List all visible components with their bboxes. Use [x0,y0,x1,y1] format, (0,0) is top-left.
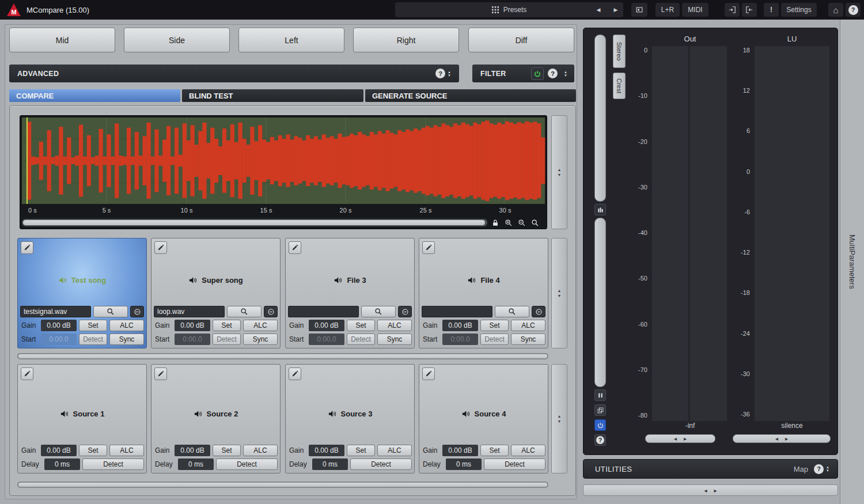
export-button[interactable] [742,3,757,17]
gain-set-button[interactable]: Set [347,445,375,456]
meter-pause-button[interactable] [594,389,606,401]
edit-slot-button[interactable] [21,241,33,254]
remove-file-button[interactable] [130,306,144,317]
gain-value[interactable]: 0.00 dB [41,320,77,331]
delay-detect-button[interactable]: Detect [484,458,545,470]
channel-right-button[interactable]: Right [353,28,459,52]
file-slot-4[interactable]: File 4 Gain 0.00 dB Set ALC Start 0:00.0… [419,238,548,348]
zoom-in-button[interactable] [504,218,513,228]
import-button[interactable] [725,3,740,17]
advanced-bar[interactable]: ADVANCED ? ▲▼ [9,65,459,82]
slot-title[interactable]: Source 2 [151,410,280,418]
sync-button[interactable]: Sync [511,334,545,345]
browse-file-button[interactable] [361,306,396,317]
filter-help-icon[interactable]: ? [548,69,558,78]
alc-button[interactable]: ALC [243,320,278,331]
multiparameters-strip[interactable]: MultiParameters [840,20,864,504]
alc-button[interactable]: ALC [377,445,412,456]
alc-button[interactable]: ALC [109,445,144,456]
zoom-fit-button[interactable] [530,218,540,228]
gain-value[interactable]: 0.00 dB [442,445,478,456]
slot-title[interactable]: Source 1 [18,410,146,418]
utilities-bar[interactable]: UTILITIES Map ? ▲▼ [583,459,838,479]
gain-set-button[interactable]: Set [79,320,107,331]
source-slot-3[interactable]: Source 3 Gain 0.00 dB Set ALC Delay 0 ms… [285,364,415,473]
help-button[interactable]: ? [846,3,861,17]
zoom-lock-button[interactable] [491,218,500,228]
advanced-help-icon[interactable]: ? [435,69,445,78]
browse-file-button[interactable] [93,306,128,317]
advanced-collapse-control[interactable]: ▲▼ [445,70,453,77]
alc-button[interactable]: ALC [377,320,412,331]
sources-scrollbar-handle[interactable] [18,483,547,487]
start-detect-button[interactable]: Detect [347,334,375,345]
channel-mid-button[interactable]: Mid [9,28,115,52]
utilities-help-icon[interactable]: ? [814,464,824,474]
lu-meter-column[interactable] [755,46,829,421]
tab-blind-test[interactable]: BLIND TEST [182,89,363,102]
file-slot-3[interactable]: File 3 Gain 0.00 dB Set ALC Start 0:00.0… [285,238,415,348]
sources-scrollbar[interactable] [17,482,548,488]
delay-value[interactable]: 0 ms [178,458,214,470]
panel-view-button[interactable] [631,3,647,17]
gain-set-button[interactable]: Set [480,320,509,331]
start-value[interactable]: 0:00.0 [41,334,77,345]
meter-zoom-slider[interactable] [594,35,606,202]
channel-mode-button[interactable]: L+R [655,3,680,17]
gain-set-button[interactable]: Set [347,320,375,331]
delay-detect-button[interactable]: Detect [350,458,412,470]
slots-resize-strip[interactable]: ▴▾ [551,238,567,348]
slots-scrollbar-handle[interactable] [18,354,547,358]
utilities-collapse-control[interactable]: ▲▼ [824,465,832,472]
tab-crest[interactable]: Crest [613,73,626,99]
source-slot-1[interactable]: Source 1 Gain 0.00 dB Set ALC Delay 0 ms… [17,364,147,473]
start-value[interactable]: 0:00.0 [175,334,210,345]
tab-compare[interactable]: COMPARE [9,89,180,102]
slot-title[interactable]: Source 4 [419,410,548,418]
start-detect-button[interactable]: Detect [213,334,241,345]
waveform-scrollbar[interactable] [22,219,487,226]
start-value[interactable]: 0:00.0 [309,334,344,345]
meter-overlay-button[interactable] [594,404,606,416]
settings-button[interactable]: Settings [781,3,817,17]
delay-value[interactable]: 0 ms [446,458,482,470]
waveform-scrollbar-handle[interactable] [23,220,485,225]
waveform-resize-strip[interactable]: ▴▾ [551,115,567,229]
utilities-slider[interactable]: ◂▸ [583,484,838,496]
meter-help-button[interactable]: ? [594,434,606,446]
delay-value[interactable]: 0 ms [312,458,348,470]
sync-button[interactable]: Sync [243,334,278,345]
alc-button[interactable]: ALC [511,445,545,456]
lu-meter-range-slider[interactable]: ◂▸ [733,434,831,443]
edit-slot-button[interactable] [154,241,167,254]
waveform-display[interactable] [22,118,545,204]
midi-button[interactable]: MIDI [682,3,708,17]
remove-file-button[interactable] [264,306,278,317]
edit-slot-button[interactable] [154,367,167,380]
edit-slot-button[interactable] [289,241,301,254]
tab-stereo[interactable]: Stereo [613,35,626,68]
slot-title[interactable]: File 3 [286,276,414,285]
source-slot-2[interactable]: Source 2 Gain 0.00 dB Set ALC Delay 0 ms… [151,364,281,473]
alc-button[interactable]: ALC [511,320,545,331]
gain-set-button[interactable]: Set [213,320,241,331]
gain-value[interactable]: 0.00 dB [41,445,77,456]
slots-scrollbar[interactable] [17,353,548,359]
start-value[interactable]: 0:00.0 [442,334,478,345]
gain-value[interactable]: 0.00 dB [309,320,344,331]
sync-button[interactable]: Sync [377,334,412,345]
out-meter-right-column[interactable] [690,46,727,421]
gain-set-button[interactable]: Set [79,445,107,456]
presets-button[interactable]: Presets [395,2,623,17]
slot-title[interactable]: Super song [151,276,280,285]
file-slot-2[interactable]: Super song Gain 0.00 dB Set ALC Start 0:… [151,238,281,348]
edit-slot-button[interactable] [422,241,435,254]
delay-value[interactable]: 0 ms [44,458,80,470]
start-detect-button[interactable]: Detect [79,334,107,345]
filter-collapse-control[interactable]: ▲▼ [562,70,570,77]
sources-resize-strip[interactable]: ▴▾ [551,364,567,473]
delay-detect-button[interactable]: Detect [82,458,144,470]
gain-value[interactable]: 0.00 dB [175,445,210,456]
gain-value[interactable]: 0.00 dB [442,320,478,331]
alc-button[interactable]: ALC [109,320,144,331]
